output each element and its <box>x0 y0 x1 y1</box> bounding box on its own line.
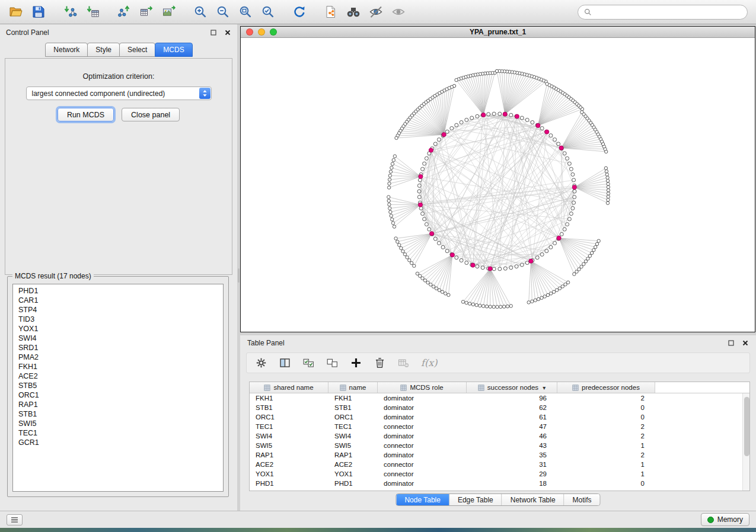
mcds-result-item[interactable]: STB1 <box>13 409 223 419</box>
table-row[interactable]: PHD1PHD1dominator180 <box>250 479 742 488</box>
close-panel-action-button[interactable]: Close panel <box>122 108 180 121</box>
memory-button[interactable]: Memory <box>701 513 749 526</box>
export-image-button[interactable] <box>158 2 180 21</box>
control-panel: Control Panel NetworkStyleSelectMCDS Opt… <box>0 24 237 511</box>
mcds-result-item[interactable]: STB5 <box>13 381 223 390</box>
function-builder-button[interactable]: f(x) <box>421 357 437 368</box>
tab-node-table[interactable]: Node Table <box>396 494 449 505</box>
show-columns-button[interactable] <box>279 357 291 369</box>
search-input[interactable] <box>595 8 741 16</box>
mcds-result-item[interactable]: ORC1 <box>13 390 223 400</box>
table-row[interactable]: ORC1ORC1dominator610 <box>250 412 742 422</box>
refresh-view-button[interactable] <box>288 2 311 21</box>
tab-edge-table[interactable]: Edge Table <box>449 494 502 505</box>
column-header-predecessor-nodes[interactable]: predecessor nodes <box>557 382 655 393</box>
refresh-icon <box>292 5 307 19</box>
float-table-panel-button[interactable] <box>727 339 735 347</box>
deselect-all-button[interactable] <box>326 357 339 369</box>
table-row[interactable]: STB1STB1dominator620 <box>250 403 742 412</box>
run-mcds-button[interactable]: Run MCDS <box>58 108 114 121</box>
mcds-result-item[interactable]: STP4 <box>13 305 223 315</box>
task-history-button[interactable] <box>7 514 23 525</box>
splitter-handle[interactable] <box>238 268 240 283</box>
zoom-selected-icon <box>261 5 275 19</box>
column-type-icon <box>572 384 579 391</box>
mcds-result-item[interactable]: PMA2 <box>13 352 223 362</box>
save-floppy-icon <box>31 5 46 19</box>
table-row[interactable]: SWI5SWI5connector431 <box>250 441 742 450</box>
create-column-button[interactable] <box>350 357 362 369</box>
table-scrollbar[interactable] <box>742 393 749 491</box>
tab-network-table[interactable]: Network Table <box>502 494 564 505</box>
window-close-button[interactable] <box>246 28 253 36</box>
criterion-dropdown-value: largest connected component (undirected) <box>32 89 165 98</box>
table-row[interactable]: SWI4SWI4dominator462 <box>250 431 742 441</box>
table-row[interactable]: TEC1TEC1connector472 <box>250 422 742 431</box>
window-maximize-button[interactable] <box>270 28 277 36</box>
save-session-button[interactable] <box>27 2 50 21</box>
share-document-button[interactable] <box>320 2 342 21</box>
column-type-icon <box>264 384 270 391</box>
zoom-out-icon <box>216 5 230 19</box>
window-minimize-button[interactable] <box>258 28 265 36</box>
show-hide-button[interactable] <box>387 2 410 21</box>
mcds-result-item[interactable]: YOX1 <box>13 324 223 334</box>
annotations-button[interactable] <box>365 2 387 21</box>
zoom-selected-button[interactable] <box>257 2 279 21</box>
deselect-all-icon <box>326 357 339 369</box>
mcds-result-item[interactable]: RAP1 <box>13 400 223 409</box>
mcds-result-item[interactable]: PHD1 <box>13 286 223 296</box>
table-row[interactable]: YOX1YOX1connector291 <box>250 469 742 479</box>
mcds-result-item[interactable]: CAR1 <box>13 296 223 305</box>
mcds-result-list: PHD1CAR1STP4TID3YOX1SWI4SRD1PMA2FKH1ACE2… <box>12 284 224 492</box>
tab-network[interactable]: Network <box>45 43 88 57</box>
column-header-successor-nodes[interactable]: successor nodes▾ <box>467 382 557 393</box>
toolbar-search <box>578 5 748 20</box>
mcds-result-item[interactable]: SRD1 <box>13 343 223 352</box>
tab-style[interactable]: Style <box>87 43 120 57</box>
table-row[interactable]: FKH1FKH1dominator962 <box>250 393 742 403</box>
import-table-button[interactable] <box>81 2 104 21</box>
zoom-fit-button[interactable] <box>234 2 257 21</box>
network-view[interactable] <box>241 39 755 332</box>
mcds-result-item[interactable]: GCR1 <box>13 438 223 447</box>
column-header-shared-name[interactable]: shared name <box>250 382 328 393</box>
tab-motifs[interactable]: Motifs <box>564 494 600 505</box>
mcds-result-item[interactable]: SWI5 <box>13 419 223 428</box>
import-network-button[interactable] <box>59 2 81 21</box>
tab-mcds[interactable]: MCDS <box>155 43 192 57</box>
close-icon <box>742 339 749 347</box>
network-canvas[interactable] <box>241 39 755 332</box>
select-all-button[interactable] <box>302 357 315 369</box>
close-table-panel-button[interactable] <box>741 339 749 347</box>
float-panel-button[interactable] <box>209 29 217 37</box>
desktop-wallpaper-strip <box>0 528 756 532</box>
mcds-result-item[interactable]: TID3 <box>13 315 223 324</box>
tab-select[interactable]: Select <box>119 43 155 57</box>
delete-column-button[interactable] <box>374 357 386 369</box>
criterion-dropdown[interactable]: largest connected component (undirected) <box>26 86 212 100</box>
zoom-in-button[interactable] <box>189 2 212 21</box>
export-network-button[interactable] <box>113 2 135 21</box>
mcds-result-item[interactable]: SWI4 <box>13 334 223 343</box>
mcds-result-item[interactable]: FKH1 <box>13 362 223 371</box>
mcds-result-title: MCDS result (17 nodes) <box>12 272 94 280</box>
scrollbar-thumb[interactable] <box>744 397 749 456</box>
search-icon <box>584 8 592 16</box>
mcds-result-item[interactable]: TEC1 <box>13 428 223 438</box>
open-session-button[interactable] <box>5 2 27 21</box>
mcds-result-item[interactable]: ACE2 <box>13 371 223 381</box>
table-row[interactable]: ACE2ACE2connector311 <box>250 460 742 469</box>
search-network-button[interactable] <box>342 2 365 21</box>
table-settings-button[interactable] <box>255 357 267 369</box>
export-table-button[interactable] <box>135 2 158 21</box>
close-panel-button[interactable] <box>224 29 231 37</box>
close-icon <box>224 29 231 36</box>
zoom-out-button[interactable] <box>212 2 234 21</box>
table-panel-header: Table Panel <box>240 335 756 350</box>
eye-pen-icon <box>369 5 383 19</box>
table-panel-title: Table Panel <box>247 339 285 347</box>
column-header-name[interactable]: name <box>328 382 378 393</box>
table-row[interactable]: RAP1RAP1dominator352 <box>250 450 742 460</box>
column-header-MCDS-role[interactable]: MCDS role <box>378 382 467 393</box>
